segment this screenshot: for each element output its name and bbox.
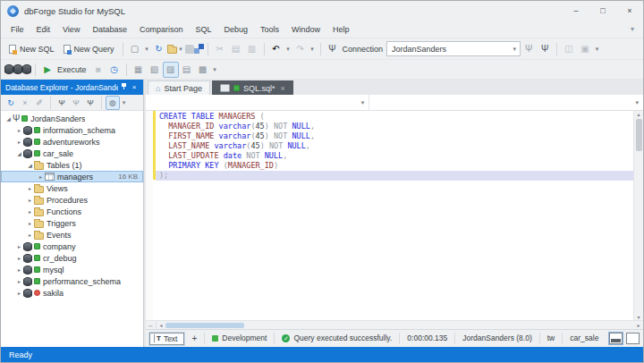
tree-item-performance-schema[interactable]: ▸performance_schema [1, 275, 143, 287]
combo-arrow-icon[interactable]: ▾ [512, 46, 519, 53]
tree-item-car-sale[interactable]: ◢car_sale [1, 148, 143, 159]
expander-closed-icon[interactable]: ▸ [26, 197, 34, 203]
minimize-button[interactable]: – [563, 1, 589, 21]
maximize-button[interactable]: □ [589, 1, 616, 21]
tab-text-view[interactable]: T Text [149, 333, 184, 345]
refresh-icon[interactable]: ↻ [151, 41, 167, 57]
new-document-icon[interactable]: ▢ [127, 41, 143, 57]
menu-debug[interactable]: Debug [217, 22, 254, 37]
execution-plan-icon[interactable]: ▧ [147, 62, 163, 78]
execute-play-icon[interactable]: ▶ [39, 62, 55, 78]
new-database-icon[interactable] [4, 64, 13, 74]
tab-sql-document[interactable]: SQL.sql* × [212, 80, 293, 95]
redo-icon[interactable]: ↷ [292, 41, 309, 57]
tree-item-information-schema[interactable]: ▸information_schema [1, 124, 143, 136]
object-selector[interactable]: ▾ [146, 95, 369, 110]
save-icon[interactable] [185, 45, 194, 54]
expander-closed-icon[interactable]: ▸ [26, 232, 34, 238]
dropdown-caret-icon[interactable]: ▾ [143, 46, 151, 53]
scrollbar-thumb[interactable] [636, 119, 642, 151]
split-editor-handle[interactable]: ↔ [146, 322, 157, 328]
menu-edit[interactable]: Edit [30, 22, 57, 37]
expander-open-icon[interactable]: ◢ [4, 115, 13, 122]
tree-item-triggers[interactable]: ▸Triggers [1, 217, 143, 229]
tree-item-events[interactable]: ▸Events [1, 229, 143, 241]
expander-closed-icon[interactable]: ▸ [26, 208, 34, 215]
connect-icon[interactable]: Ψ [521, 41, 537, 57]
data-compare-icon[interactable] [194, 44, 204, 54]
copy-icon[interactable]: ▤ [228, 41, 244, 57]
scroll-left-icon[interactable]: ◂ [157, 322, 165, 328]
horizontal-scrollbar[interactable]: ↔ ◂ ▸ [146, 320, 643, 329]
tree-item-mysql[interactable]: ▸mysql [1, 264, 143, 275]
code-area[interactable]: CREATE TABLE MANAGERS ( MANAGER_ID varch… [156, 111, 633, 320]
stop-icon[interactable]: ■ [90, 62, 106, 78]
scroll-up-icon[interactable]: ▴ [637, 111, 640, 117]
expander-closed-icon[interactable]: ▸ [26, 220, 34, 226]
close-tab-icon[interactable]: × [281, 84, 285, 93]
tree-item-managers[interactable]: ▸managers16 KB [1, 171, 143, 182]
tree-item-views[interactable]: ▸Views [1, 182, 143, 194]
expander-closed-icon[interactable]: ▸ [37, 173, 45, 180]
chevron-down-icon[interactable]: ▾ [359, 99, 368, 106]
expander-closed-icon[interactable]: ▸ [15, 139, 23, 145]
hide-results-button[interactable] [626, 333, 640, 344]
menu-comparison[interactable]: Comparison [133, 22, 190, 37]
security-manager-icon[interactable]: ◍ [106, 96, 120, 110]
tree-item-tables-1-[interactable]: ◢Tables (1) [1, 159, 143, 171]
vertical-scrollbar[interactable]: ▴ ▾ [633, 111, 643, 320]
query-history-icon[interactable]: ◷ [106, 62, 123, 78]
disconnect-icon[interactable]: Ψ [83, 96, 97, 110]
expander-closed-icon[interactable]: ▸ [15, 243, 23, 249]
paste-icon[interactable]: ▥ [244, 41, 260, 57]
expander-closed-icon[interactable]: ▸ [15, 278, 23, 284]
dock-results-bottom-button[interactable] [609, 333, 623, 344]
scrollbar-thumb[interactable] [165, 323, 244, 328]
menu-file[interactable]: File [4, 22, 30, 37]
menu-view[interactable]: View [56, 22, 86, 37]
layout-icon[interactable]: ◫ [561, 41, 577, 57]
dropdown-caret-icon[interactable]: ▾ [593, 46, 601, 53]
undo-icon[interactable]: ↶ [268, 41, 284, 57]
tab-start-page[interactable]: ⌂ Start Page [148, 80, 210, 95]
tree-item-procedures[interactable]: ▸Procedures [1, 194, 143, 206]
new-query-button[interactable]: New Query [59, 43, 119, 55]
edit-icon[interactable]: ✐ [32, 96, 47, 110]
dropdown-caret-icon[interactable]: ▾ [120, 99, 128, 106]
add-view-button[interactable]: + [184, 333, 204, 343]
new-connection-icon[interactable]: Ψ [55, 96, 69, 110]
expander-open-icon[interactable]: ◢ [15, 150, 23, 156]
format-sql-icon[interactable]: ▤ [179, 62, 195, 78]
menu-database[interactable]: Database [86, 22, 133, 37]
disconnect-icon[interactable]: Ψ [537, 41, 553, 57]
chevron-down-icon[interactable]: ▾ [632, 99, 641, 106]
options-icon[interactable]: ▣ [577, 41, 593, 57]
menu-help[interactable]: Help [326, 22, 356, 37]
scroll-right-icon[interactable]: ▸ [634, 322, 643, 328]
close-button[interactable]: × [616, 1, 643, 21]
open-file-icon[interactable] [167, 46, 177, 54]
drop-database-icon[interactable] [22, 64, 31, 74]
new-connection-icon[interactable]: Ψ [325, 41, 341, 57]
tree-item-jordansanders[interactable]: ◢ΨJordanSanders [1, 113, 143, 124]
sql-editor[interactable]: CREATE TABLE MANAGERS ( MANAGER_ID varch… [146, 111, 643, 320]
member-selector[interactable]: ▾ [369, 95, 643, 110]
tree-item-adventureworks[interactable]: ▸adventureworks [1, 136, 143, 148]
results-grid-icon[interactable]: ▨ [163, 62, 179, 78]
expander-closed-icon[interactable]: ▸ [15, 255, 23, 261]
menu-sql[interactable]: SQL [189, 22, 217, 37]
close-panel-icon[interactable]: × [129, 83, 140, 91]
scroll-down-icon[interactable]: ▾ [637, 314, 640, 320]
connection-select[interactable]: JordanSanders▾ [386, 41, 521, 56]
dropdown-caret-icon[interactable]: ▾ [309, 46, 317, 53]
cut-icon[interactable]: ✂ [212, 41, 228, 57]
refresh-explorer-icon[interactable]: ↻ [4, 96, 18, 110]
tree-item-sakila[interactable]: ▸sakila [1, 287, 143, 299]
tree-item-cr-debug[interactable]: ▸cr_debug [1, 252, 143, 264]
dropdown-caret-icon[interactable]: ▾ [284, 46, 292, 53]
menu-tools[interactable]: Tools [254, 22, 285, 37]
connect-icon[interactable]: Ψ [69, 96, 83, 110]
expander-open-icon[interactable]: ◢ [26, 162, 34, 168]
snippets-icon[interactable]: ▩ [195, 62, 211, 78]
delete-icon[interactable]: × [18, 96, 32, 110]
